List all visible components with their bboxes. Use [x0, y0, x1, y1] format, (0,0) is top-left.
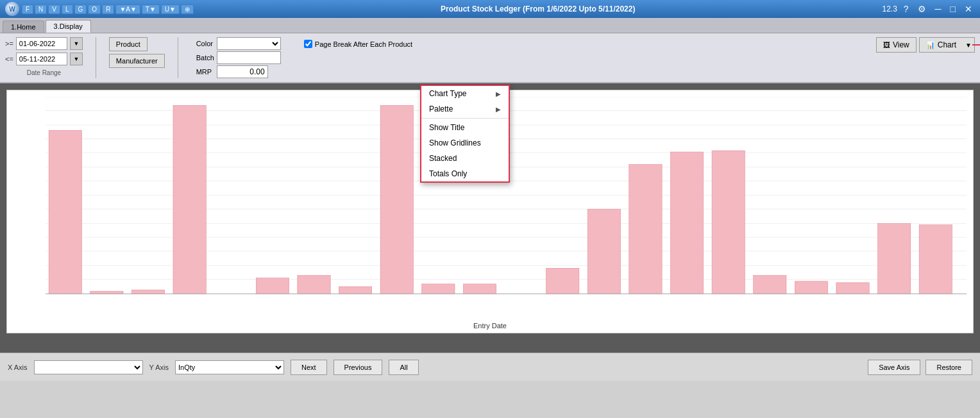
title-bar: W F N V L G O R ▼A▼ T▼ U▼ ⊕ Product Stoc…: [0, 0, 980, 18]
page-break-checkbox[interactable]: [304, 40, 312, 48]
bar-0: [49, 130, 81, 294]
tab-display[interactable]: 3.Display: [46, 20, 91, 33]
bar-21: [919, 225, 952, 294]
tb-u[interactable]: U▼: [161, 4, 180, 14]
next-button[interactable]: Next: [291, 360, 327, 375]
tb-o[interactable]: O: [88, 4, 101, 14]
from-label: >=: [5, 40, 13, 47]
mrp-label: MRP: [196, 68, 214, 76]
color-select[interactable]: [217, 37, 281, 50]
menu-show-gridlines[interactable]: Show Gridlines: [421, 135, 509, 151]
app-icon: W: [5, 2, 19, 16]
bar-8: [380, 105, 413, 294]
settings-btn[interactable]: ⚙: [915, 4, 929, 14]
from-calendar-btn[interactable]: ▼: [70, 37, 83, 50]
batch-input[interactable]: [217, 51, 281, 64]
to-calendar-btn[interactable]: ▼: [70, 53, 83, 65]
tb-f[interactable]: F: [22, 4, 33, 14]
manufacturer-btn[interactable]: Manufacturer: [109, 54, 165, 68]
bar-16: [712, 151, 745, 294]
tb-a[interactable]: ▼A▼: [115, 4, 140, 14]
bar-15: [670, 152, 703, 294]
view-btn[interactable]: 🖼 View: [876, 37, 917, 53]
bottom-bar: X Axis Y Axis InQty Next Previous All Sa…: [0, 353, 980, 381]
tb-n[interactable]: N: [35, 4, 47, 14]
version-area: 12.3 ? ⚙ ─ □ ✕: [882, 4, 975, 14]
product-row: Product: [109, 37, 165, 51]
bar-3: [173, 105, 206, 294]
bar-5: [256, 278, 289, 294]
tb-t[interactable]: T▼: [142, 4, 160, 14]
restore-button[interactable]: Restore: [925, 360, 972, 375]
menu-palette[interactable]: Palette ▶: [421, 101, 509, 117]
chart-toolbar-area: 🖼 View 📊 Chart ▼ →: [876, 37, 975, 53]
tab-bar: 1.Home 3.Display: [0, 18, 980, 33]
x-axis-label: Entry Date: [473, 322, 507, 330]
bar-2: [131, 290, 164, 294]
bar-20: [878, 224, 911, 294]
previous-button[interactable]: Previous: [334, 360, 383, 375]
menu-chart-type[interactable]: Chart Type ▶: [421, 86, 509, 101]
maximize-btn[interactable]: □: [948, 4, 958, 14]
color-label: Color: [196, 40, 214, 47]
tb-r[interactable]: R: [102, 4, 114, 14]
bar-17: [754, 276, 786, 294]
separator-1: [96, 37, 96, 78]
chart-btn-group: 📊 Chart ▼ →: [919, 37, 975, 53]
product-filter-group: Product Manufacturer: [109, 37, 165, 68]
bar-6: [298, 276, 330, 294]
to-label: <=: [5, 55, 13, 63]
chart-label: Chart: [938, 40, 956, 49]
all-button[interactable]: All: [389, 360, 418, 375]
tb-extra[interactable]: ⊕: [181, 4, 194, 14]
window-title: Product Stock Ledger (From 1/6/2022 Upto…: [441, 4, 635, 13]
batch-row: Batch: [196, 51, 281, 64]
filter-bar: >= ▼ <= ▼ Date Range Product Manufacture…: [0, 33, 980, 83]
tb-g[interactable]: G: [74, 4, 87, 14]
menu-totals-only[interactable]: Totals Only: [421, 166, 509, 181]
bar-19: [836, 283, 869, 294]
minimize-btn[interactable]: ─: [933, 4, 944, 14]
to-date-row: <= ▼: [5, 53, 83, 65]
tb-l[interactable]: L: [62, 4, 73, 14]
view-label: View: [893, 40, 909, 49]
color-filter-group: Color Batch MRP: [196, 37, 281, 78]
mrp-input[interactable]: [217, 65, 268, 78]
batch-label: Batch: [196, 54, 214, 62]
menu-stacked[interactable]: Stacked: [421, 151, 509, 166]
bar-18: [795, 281, 827, 294]
date-filter-group: >= ▼ <= ▼ Date Range: [5, 37, 83, 76]
close-btn[interactable]: ✕: [962, 4, 975, 14]
version-number: 12.3: [882, 4, 897, 13]
from-date-input[interactable]: [16, 37, 67, 50]
menu-show-title[interactable]: Show Title: [421, 120, 509, 135]
bar-7: [339, 287, 371, 294]
from-date-row: >= ▼: [5, 37, 83, 50]
page-break-label: Page Break After Each Product: [315, 40, 412, 48]
bar-12: [546, 268, 579, 294]
chart-dropdown-menu: Chart Type ▶ Palette ▶ Show Title Show G…: [420, 85, 510, 183]
menu-sep-1: [421, 118, 509, 119]
submenu-arrow-chart-type: ▶: [496, 90, 501, 97]
bar-9: [422, 284, 455, 294]
bar-13: [587, 209, 620, 294]
x-axis-select[interactable]: [34, 360, 143, 374]
toolbar-icons: F N V L G O R ▼A▼ T▼ U▼ ⊕: [22, 4, 194, 14]
tb-v[interactable]: V: [48, 4, 60, 14]
mrp-row: MRP: [196, 65, 281, 78]
to-date-input[interactable]: [16, 53, 67, 65]
manufacturer-row: Manufacturer: [109, 54, 165, 68]
save-axis-button[interactable]: Save Axis: [868, 360, 920, 375]
y-axis-select[interactable]: InQty: [175, 360, 284, 374]
chart-btn[interactable]: 📊 Chart: [919, 37, 963, 53]
y-axis-label-text: Y Axis: [149, 364, 169, 371]
help-btn[interactable]: ?: [901, 4, 911, 14]
product-btn[interactable]: Product: [109, 37, 148, 51]
right-buttons: Save Axis Restore: [868, 360, 972, 375]
color-row: Color: [196, 37, 281, 50]
title-bar-left: W F N V L G O R ▼A▼ T▼ U▼ ⊕: [5, 2, 194, 16]
bar-1: [90, 291, 123, 294]
bar-10: [463, 284, 496, 294]
tab-home[interactable]: 1.Home: [3, 21, 44, 33]
date-range-label: Date Range: [5, 69, 83, 76]
